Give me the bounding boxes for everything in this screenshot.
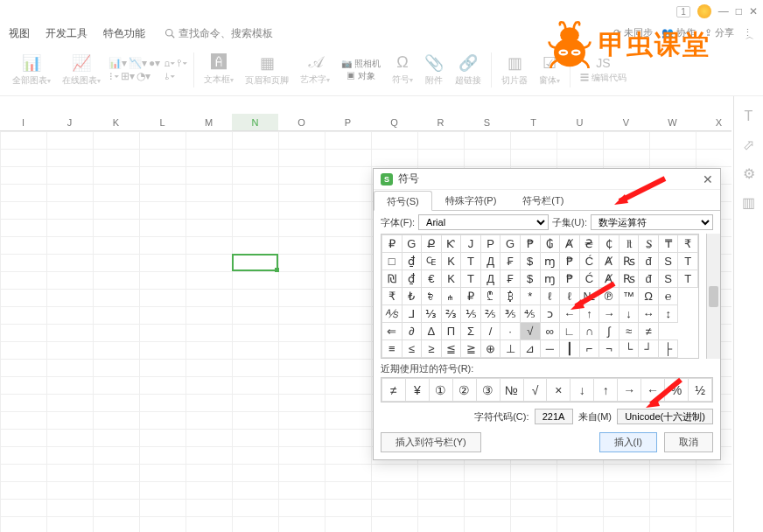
recent-symbol[interactable]: × (547, 379, 570, 402)
col-header-M[interactable]: M (186, 114, 232, 130)
symbol-cell[interactable]: ↓ (619, 305, 639, 323)
symbol-cell[interactable]: ⅓ (422, 305, 442, 323)
recent-symbol[interactable]: ③ (476, 379, 500, 402)
symbol-grid[interactable]: ₽GՔƘJPG₱₲Ⱥ₴₵₶₷₸₹□₫₠KTД₣$ɱ₱ĆȺ₨đST₪₫€KTД₣$… (381, 234, 699, 359)
symbol-cell[interactable]: ₴ (579, 235, 599, 253)
minimize-button[interactable]: — (718, 5, 729, 18)
command-search[interactable]: 查找命令、搜索模板 (164, 26, 273, 41)
symbol-cell[interactable]: Σ (461, 323, 481, 340)
symbol-cell[interactable]: ─ (540, 340, 560, 358)
symbol-cell[interactable]: ₸ (658, 235, 678, 253)
symbol-cell[interactable]: Ƙ (441, 235, 461, 253)
symbol-cell[interactable]: K (441, 270, 461, 288)
ribbon-wordart[interactable]: 𝒜艺术字▾ (297, 53, 333, 86)
ribbon-collapse-icon[interactable]: ︿ (746, 31, 754, 43)
col-header-T[interactable]: T (510, 114, 556, 130)
symbol-cell[interactable]: ⅘ (520, 305, 540, 323)
symbol-cell[interactable]: ₽ (382, 235, 402, 253)
symbol-cell[interactable]: ™ (619, 288, 639, 305)
cancel-button[interactable]: 取消 (664, 432, 713, 452)
symbol-cell[interactable]: ⅔ (441, 305, 461, 323)
insert-button[interactable]: 插入(I) (599, 432, 657, 452)
symbol-cell[interactable]: · (500, 323, 521, 340)
sidepanel-select-icon[interactable]: ⬀ (743, 136, 754, 153)
symbol-cell[interactable]: J (461, 235, 481, 253)
tab-symbols[interactable]: 符号(S) (374, 191, 432, 211)
symbol-cell[interactable]: ₵ (599, 235, 620, 253)
col-header-N[interactable]: N (232, 114, 278, 130)
recent-symbol[interactable]: ½ (688, 379, 711, 402)
symbol-cell[interactable]: T (678, 270, 698, 288)
symbol-cell[interactable]: ⅃ (402, 305, 422, 323)
recent-symbol[interactable]: № (500, 379, 523, 402)
symbol-cell[interactable]: ₺ (402, 288, 422, 305)
ribbon-slicer[interactable]: ▥切片器 (498, 53, 531, 87)
symbol-cell[interactable]: ₣ (500, 270, 521, 288)
symbol-cell[interactable]: √ (520, 323, 540, 340)
tab-symbol-bar[interactable]: 符号栏(T) (509, 190, 577, 210)
recent-symbol[interactable]: ① (429, 379, 452, 402)
symbol-cell[interactable]: ₿ (500, 288, 521, 305)
symbol-cell[interactable]: ⊕ (480, 340, 500, 358)
symbol-cell[interactable]: ┃ (560, 340, 580, 358)
symbol-cell[interactable]: ₪ (382, 270, 402, 288)
symbol-cell[interactable]: ₻ (422, 288, 442, 305)
recent-symbol[interactable]: ↑ (594, 379, 618, 402)
symbol-cell[interactable]: ₶ (619, 235, 639, 253)
ribbon-sparklines[interactable]: ⩍▾⫯▾ ⫰▾ (164, 57, 187, 82)
symbol-cell[interactable]: □ (382, 253, 402, 270)
symbol-grid-scrollbar[interactable] (706, 234, 720, 359)
user-avatar[interactable] (697, 4, 711, 18)
symbol-cell[interactable]: ₲ (540, 235, 560, 253)
symbol-cell[interactable]: Ⱥ (599, 253, 620, 270)
symbol-cell[interactable]: ∂ (402, 323, 422, 340)
symbol-cell[interactable]: ≥ (422, 340, 442, 358)
symbol-cell[interactable]: ⅕ (461, 305, 481, 323)
col-header-W[interactable]: W (649, 114, 696, 130)
menu-special[interactable]: 特色功能 (103, 26, 145, 41)
symbol-cell[interactable]: ∞ (540, 323, 560, 340)
symbol-cell[interactable]: T (461, 253, 481, 270)
symbol-cell[interactable]: ₨ (619, 270, 639, 288)
symbol-cell[interactable]: ↄ (540, 305, 560, 323)
symbol-cell[interactable]: ⊥ (500, 340, 521, 358)
recent-symbol[interactable]: ≠ (382, 379, 406, 402)
col-header-J[interactable]: J (46, 114, 93, 130)
selected-cell[interactable] (232, 254, 278, 271)
col-header-L[interactable]: L (139, 114, 186, 130)
col-header-U[interactable]: U (556, 114, 603, 130)
col-header-R[interactable]: R (417, 114, 464, 130)
ribbon-textbox[interactable]: 🅰文本框▾ (200, 53, 237, 86)
symbol-cell[interactable]: P (480, 235, 500, 253)
col-header-V[interactable]: V (603, 114, 649, 130)
symbol-cell[interactable]: ┘ (639, 340, 659, 358)
ribbon-attachment[interactable]: 📎附件 (421, 53, 447, 87)
font-select[interactable]: Arial (418, 214, 549, 230)
symbol-cell[interactable]: S (658, 270, 678, 288)
symbol-cell[interactable]: Ω (639, 288, 659, 305)
symbol-cell[interactable]: ≡ (382, 340, 402, 358)
ribbon-all-charts[interactable]: 📊全部图表▾ (9, 53, 54, 87)
symbol-cell[interactable]: ₹ (678, 235, 698, 253)
symbol-cell[interactable]: ⅖ (480, 305, 500, 323)
ribbon-mini-charts[interactable]: 📊▾📉▾●▾ ⫶▾⊞▾◔▾ (108, 57, 160, 82)
tab-special-chars[interactable]: 特殊字符(P) (432, 190, 510, 210)
symbol-cell[interactable]: ₽ (461, 288, 481, 305)
symbol-cell[interactable]: ₹ (382, 288, 402, 305)
symbol-cell[interactable]: ℓ (540, 288, 560, 305)
symbol-cell[interactable]: K (441, 253, 461, 270)
symbol-cell[interactable]: ₱ (560, 253, 580, 270)
recent-symbol[interactable]: ¥ (405, 379, 429, 402)
symbol-cell[interactable]: ℮ (658, 288, 678, 305)
symbol-cell[interactable]: ⌐ (579, 340, 599, 358)
col-header-P[interactable]: P (325, 114, 371, 130)
col-header-K[interactable]: K (93, 114, 139, 130)
symbol-cell[interactable]: ≧ (461, 340, 481, 358)
ribbon-online-charts[interactable]: 📈在线图表▾ (59, 53, 104, 87)
symbol-cell[interactable]: ↔ (639, 305, 659, 323)
symbol-cell[interactable]: ≦ (441, 340, 461, 358)
close-window-button[interactable]: ✕ (749, 5, 758, 18)
symbol-cell[interactable]: ├ (658, 340, 678, 358)
symbol-cell[interactable]: Π (441, 323, 461, 340)
symbol-cell[interactable]: ⅗ (500, 305, 521, 323)
